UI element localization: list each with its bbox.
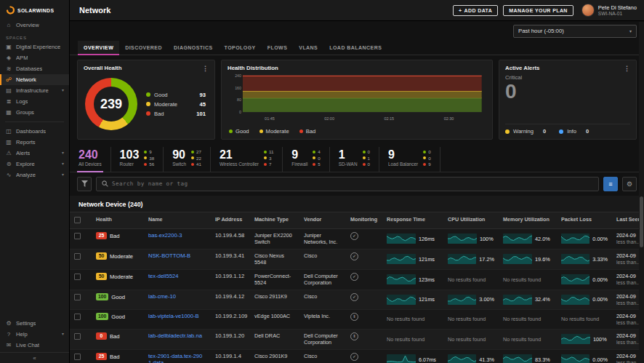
filter-button[interactable] — [77, 177, 92, 191]
table-settings-button[interactable]: ⚙ — [622, 177, 637, 191]
sidebar-item-help[interactable]: ?Help▾ — [0, 329, 69, 340]
column-header-response[interactable]: Response Time — [382, 212, 443, 228]
tab-discovered[interactable]: DISCOVERED — [119, 41, 168, 55]
device-type-stat-router[interactable]: 103Router93856 — [111, 147, 164, 172]
sidebar-item-digital-experience[interactable]: ▣Digital Experience — [0, 41, 69, 52]
sidebar: SOLARWINDS ⌂OverviewSPACES▣Digital Exper… — [0, 0, 70, 363]
device-type-stat-switch[interactable]: 90Switch272241 — [164, 147, 211, 172]
packet-loss-cell: No results found — [557, 310, 612, 329]
tab-bar: OVERVIEWDISCOVEREDDIAGNOSTICSTOPOLOGYFLO… — [70, 41, 644, 55]
manage-plan-button[interactable]: MANAGE YOUR PLAN — [503, 5, 573, 16]
sparkline — [387, 295, 416, 305]
column-header-ip[interactable]: IP Address — [211, 212, 250, 228]
ip-address: 10.199.4.12 — [211, 290, 250, 309]
device-type-stat-firewall[interactable]: 9Firewall405 — [283, 147, 329, 172]
device-name-link[interactable]: lab-viptela-ve1000-B — [148, 313, 199, 320]
sidebar-item-overview[interactable]: ⌂Overview — [0, 20, 69, 31]
sidebar-item-infrastructure[interactable]: ▤Infrastructure▾ — [0, 85, 69, 96]
status-dot-icon — [423, 163, 426, 166]
device-name-link[interactable]: NSK-BOTTOM-B — [148, 252, 190, 260]
tab-topology[interactable]: TOPOLOGY — [219, 41, 262, 55]
sidebar-item-alerts[interactable]: ⚠Alerts▾ — [0, 148, 69, 159]
home-icon: ⌂ — [5, 22, 12, 28]
tab-flows[interactable]: FLOWS — [262, 41, 294, 55]
device-type-stat-wireless-controller[interactable]: 21Wireless Controller1137 — [211, 147, 283, 172]
select-all-checkbox[interactable] — [74, 217, 81, 223]
packet-loss-cell: 0.00% — [557, 290, 612, 309]
device-name-link[interactable]: tex-2901-data.tex-2901.data — [148, 353, 206, 363]
stat-value: 103 — [120, 148, 140, 161]
legend-dot — [229, 129, 233, 133]
vendor: Dell Computer Corporation — [299, 330, 346, 349]
user-menu[interactable]: Pete Di Stefano SWI-NA-01 — [581, 4, 637, 17]
monitor-icon: ▣ — [5, 44, 12, 50]
column-header-cpu[interactable]: CPU Utilization — [443, 212, 499, 228]
sidebar-item-settings[interactable]: ⚙Settings — [0, 318, 69, 329]
user-meta: Pete Di Stefano SWI-NA-01 — [598, 4, 637, 17]
database-icon: ≋ — [5, 65, 12, 72]
sidebar-item-databases[interactable]: ≋Databases — [0, 63, 69, 74]
scrollbar-thumb[interactable] — [640, 196, 643, 247]
device-type-stat-load-balancer[interactable]: 9Load Balancer009 — [379, 147, 440, 172]
tab-vlans[interactable]: VLANS — [293, 41, 323, 55]
row-checkbox[interactable] — [74, 294, 81, 300]
column-header-select[interactable] — [70, 212, 92, 228]
column-header-monitoring[interactable]: Monitoring — [346, 212, 382, 228]
sidebar-item-apm[interactable]: ◈APM — [0, 52, 69, 63]
device-name-link[interactable]: tex-dell5524 — [148, 273, 178, 280]
header-actions: + ADD DATA MANAGE YOUR PLAN Pete Di Stef… — [453, 4, 637, 17]
sidebar-item-label: Logs — [16, 98, 28, 105]
sidebar-item-reports[interactable]: ▥Reports — [0, 137, 69, 148]
row-checkbox[interactable] — [74, 354, 81, 360]
solarwinds-logo[interactable]: SOLARWINDS — [0, 0, 69, 20]
row-checkbox[interactable] — [74, 233, 81, 239]
row-checkbox[interactable] — [74, 253, 81, 260]
sidebar-item-live-chat[interactable]: ✉Live Chat — [0, 340, 69, 351]
status-dot-icon — [191, 151, 194, 153]
overall-health-body: 239 Good93Moderate45Bad101 — [84, 73, 209, 135]
sidebar-item-network[interactable]: ☍Network — [0, 74, 69, 85]
device-name-link[interactable]: bas-ex2200-3 — [148, 232, 182, 239]
sidebar-collapse-button[interactable]: « — [0, 352, 69, 363]
tab-diagnostics[interactable]: DIAGNOSTICS — [168, 41, 219, 55]
add-data-button[interactable]: + ADD DATA — [453, 5, 498, 16]
tab-load-balancers[interactable]: LOAD BALANCERS — [323, 41, 387, 55]
table-header: HealthNameIP AddressMachine TypeVendorMo… — [70, 212, 644, 229]
column-header-memory[interactable]: Memory Utilization — [499, 212, 557, 228]
no-results-text: No results found — [561, 316, 599, 322]
tab-overview[interactable]: OVERVIEW — [78, 41, 119, 55]
kebab-menu-icon[interactable]: ⋮ — [624, 65, 630, 71]
time-range-select[interactable]: Past hour (-05:00) ▾ — [513, 25, 637, 38]
svg-text:240: 240 — [235, 73, 241, 78]
column-header-machine[interactable]: Machine Type — [250, 212, 299, 228]
sidebar-item-analyze[interactable]: ∿Analyze▾ — [0, 169, 69, 180]
breakdown-row: 7 — [264, 161, 273, 167]
column-header-packet[interactable]: Packet Loss — [557, 212, 612, 228]
health-score-badge: 100 — [96, 293, 108, 300]
device-type-stat-sd-wan[interactable]: 1SD-WAN010 — [330, 147, 379, 172]
row-checkbox[interactable] — [74, 274, 81, 280]
column-header-vendor[interactable]: Vendor — [299, 212, 346, 228]
column-header-name[interactable]: Name — [144, 212, 211, 228]
list-view-button[interactable]: ≡ — [603, 177, 618, 191]
search-input[interactable] — [112, 180, 593, 187]
health-score-badge: 50 — [96, 273, 107, 280]
sidebar-item-groups[interactable]: ▦Groups — [0, 107, 69, 118]
memory-utilization-cell: No results found — [499, 330, 557, 349]
health-label: Bad — [110, 332, 120, 340]
metric-value: 19.6% — [535, 256, 550, 263]
sidebar-item-dashboards[interactable]: ◫Dashboards — [0, 126, 69, 137]
device-name-link[interactable]: lab-cme-10 — [148, 293, 176, 300]
sidebar-item-logs[interactable]: ≣Logs — [0, 96, 69, 107]
health-cell: 100Good — [92, 290, 144, 309]
user-avatar[interactable] — [581, 4, 595, 17]
health-cell: 25Bad — [92, 350, 144, 363]
kebab-menu-icon[interactable]: ⋮ — [202, 65, 209, 71]
row-checkbox[interactable] — [74, 333, 81, 340]
row-checkbox[interactable] — [74, 314, 81, 320]
column-header-health[interactable]: Health — [92, 212, 144, 228]
device-type-stat-all-devices[interactable]: 240All Devices — [77, 147, 111, 172]
sidebar-item-label: Digital Experience — [16, 44, 60, 50]
device-name-link[interactable]: lab-dellbladectr.lab.na — [148, 332, 202, 340]
sidebar-item-explore[interactable]: ⊚Explore▾ — [0, 159, 69, 169]
